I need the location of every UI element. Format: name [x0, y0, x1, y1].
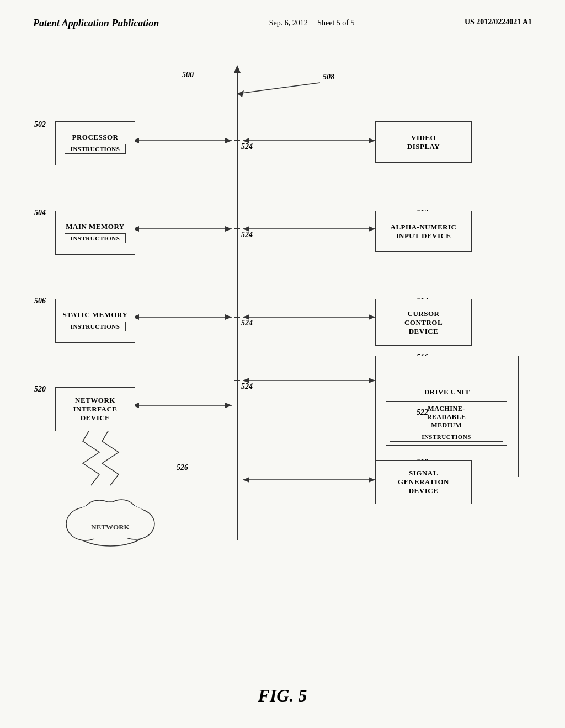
ref-522: 522 — [417, 408, 428, 417]
ref-524b: 524 — [241, 231, 253, 239]
ref-526: 526 — [177, 463, 188, 472]
pub-date: Sep. 6, 2012 — [269, 19, 308, 27]
ref-504: 504 — [34, 208, 46, 217]
machine-readable-label: MACHINE-READABLEMEDIUM — [390, 405, 503, 430]
ref-508: 508 — [323, 73, 334, 82]
main-memory-box: MAIN MEMORY INSTRUCTIONS — [55, 211, 135, 255]
network-cloud-svg: NETWORK — [55, 485, 166, 552]
network-interface-box: NETWORKINTERFACEDEVICE — [55, 387, 135, 431]
header: Patent Application Publication Sep. 6, 2… — [0, 0, 565, 34]
machine-readable-inner: MACHINE-READABLEMEDIUM INSTRUCTIONS — [386, 401, 507, 446]
video-display-label: VIDEODISPLAY — [407, 133, 440, 151]
publication-title: Patent Application Publication — [33, 18, 159, 29]
svg-line-3 — [237, 83, 320, 94]
header-center: Sep. 6, 2012 Sheet 5 of 5 — [269, 18, 355, 29]
svg-marker-18 — [369, 138, 375, 143]
svg-marker-1 — [234, 65, 241, 73]
cursor-control-label: CURSORCONTROLDEVICE — [404, 309, 443, 336]
svg-marker-15 — [225, 403, 232, 408]
ref-500: 500 — [182, 71, 194, 79]
network-interface-label: NETWORKINTERFACEDEVICE — [73, 396, 117, 422]
main-memory-label: MAIN MEMORY — [66, 222, 125, 231]
alpha-numeric-box: ALPHA-NUMERICINPUT DEVICE — [375, 211, 472, 252]
drive-unit-label: DRIVE UNIT — [424, 388, 470, 397]
figure-caption: FIG. 5 — [258, 686, 307, 706]
svg-point-45 — [108, 501, 135, 524]
ref-520: 520 — [34, 385, 46, 394]
alpha-numeric-label: ALPHA-NUMERICINPUT DEVICE — [391, 223, 457, 240]
svg-marker-30 — [369, 477, 375, 483]
ref-502: 502 — [34, 120, 46, 129]
signal-generation-label: SIGNALGENERATIONDEVICE — [398, 469, 449, 495]
video-display-box: VIDEODISPLAY — [375, 121, 472, 163]
sheet-info: Sheet 5 of 5 — [317, 19, 354, 27]
static-memory-instructions: INSTRUCTIONS — [65, 322, 126, 331]
patent-number: US 2012/0224021 A1 — [465, 18, 532, 26]
svg-marker-9 — [225, 226, 232, 232]
svg-marker-21 — [369, 226, 375, 232]
signal-generation-box: SIGNALGENERATIONDEVICE — [375, 460, 472, 504]
machine-readable-instructions: INSTRUCTIONS — [390, 432, 503, 442]
cursor-control-box: CURSORCONTROLDEVICE — [375, 299, 472, 346]
ref-524c: 524 — [241, 319, 253, 328]
ref-524a: 524 — [241, 142, 253, 151]
svg-marker-27 — [369, 378, 375, 383]
ref-506: 506 — [34, 297, 46, 306]
svg-marker-6 — [225, 138, 232, 143]
processor-instructions: INSTRUCTIONS — [65, 144, 126, 154]
page: Patent Application Publication Sep. 6, 2… — [0, 0, 565, 728]
svg-marker-4 — [237, 90, 244, 97]
svg-marker-24 — [369, 314, 375, 320]
main-memory-instructions: INSTRUCTIONS — [65, 233, 126, 243]
diagram: 500 508 502 PROCESSOR INSTRUCTIONS 524 5… — [0, 61, 565, 706]
svg-marker-31 — [243, 477, 249, 483]
static-memory-box: STATIC MEMORY INSTRUCTIONS — [55, 299, 135, 343]
svg-marker-12 — [225, 314, 232, 320]
drive-unit-box: DRIVE UNIT MACHINE-READABLEMEDIUM INSTRU… — [375, 356, 519, 477]
processor-box: PROCESSOR INSTRUCTIONS — [55, 121, 135, 165]
processor-label: PROCESSOR — [72, 133, 119, 142]
svg-text:NETWORK: NETWORK — [91, 523, 130, 531]
static-memory-label: STATIC MEMORY — [63, 311, 128, 319]
ref-524d: 524 — [241, 382, 253, 391]
